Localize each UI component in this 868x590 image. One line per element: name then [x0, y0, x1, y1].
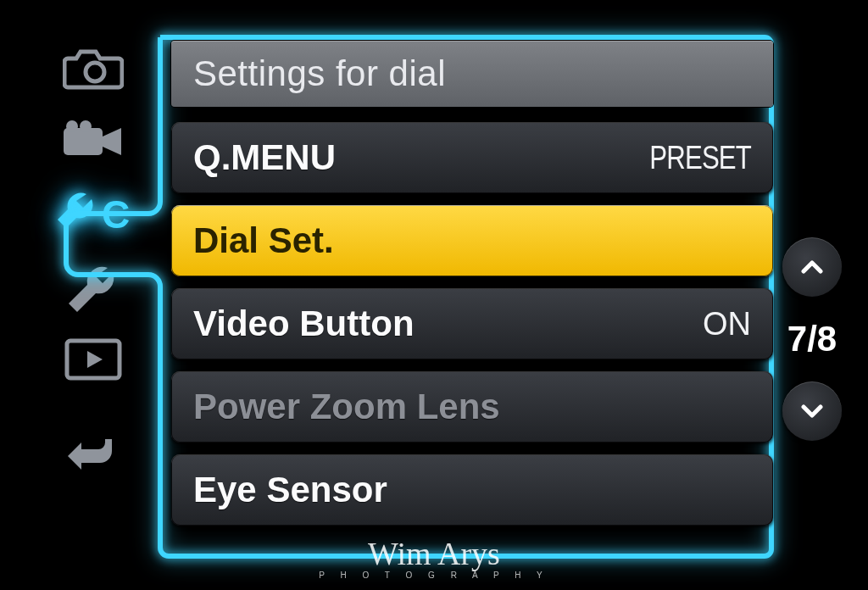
menu-item-qmenu[interactable]: Q.MENU PRESET	[171, 122, 773, 193]
tab-rec[interactable]	[47, 34, 140, 102]
menu-item-value: PRESET	[649, 140, 751, 176]
page-indicator: 7/8	[776, 319, 848, 359]
menu-item-label: Dial Set.	[193, 220, 334, 261]
wrench-c-icon: C	[53, 186, 134, 242]
tab-custom[interactable]: C	[47, 180, 140, 248]
tab-motion-picture[interactable]	[47, 107, 140, 175]
playback-icon	[64, 337, 123, 381]
wrench-icon	[64, 261, 123, 312]
svg-text:C: C	[102, 192, 130, 237]
chevron-up-icon	[801, 259, 823, 275]
menu-item-eye-sensor[interactable]: Eye Sensor	[171, 454, 773, 526]
video-camera-icon	[60, 120, 126, 162]
menu-item-label: Q.MENU	[193, 137, 336, 178]
pager: 7/8	[776, 237, 848, 441]
watermark-name: Wim Arys	[319, 537, 549, 570]
watermark-sub: P H O T O G R A P H Y	[319, 571, 549, 580]
menu-item-value: ON	[703, 306, 751, 342]
svg-point-2	[66, 120, 78, 132]
chevron-down-icon	[801, 404, 823, 419]
menu-item-label: Power Zoom Lens	[193, 387, 500, 427]
page-down-button[interactable]	[782, 381, 842, 441]
tab-setup[interactable]	[47, 253, 140, 320]
back-button[interactable]	[47, 419, 140, 487]
watermark: Wim Arys P H O T O G R A P H Y	[319, 537, 549, 580]
tab-playback[interactable]	[47, 326, 140, 393]
menu-title: Settings for dial	[193, 53, 446, 94]
sidebar: C	[34, 34, 153, 556]
menu-item-power-zoom-lens[interactable]: Power Zoom Lens	[171, 371, 773, 442]
svg-rect-1	[64, 128, 103, 155]
menu-item-dial-set[interactable]: Dial Set.	[171, 205, 773, 276]
menu-list: Settings for dial Q.MENU PRESET Dial Set…	[171, 41, 773, 537]
svg-point-0	[86, 63, 104, 81]
menu-item-label: Eye Sensor	[193, 470, 387, 510]
camera-icon	[63, 45, 124, 91]
menu-item-label: Video Button	[193, 303, 415, 344]
back-arrow-icon	[64, 432, 122, 473]
page-up-button[interactable]	[782, 237, 842, 297]
menu-header: Settings for dial	[171, 41, 773, 107]
svg-point-3	[80, 120, 92, 132]
menu-item-video-button[interactable]: Video Button ON	[171, 288, 773, 359]
camera-menu-screen: C Settings for dial	[0, 0, 868, 590]
